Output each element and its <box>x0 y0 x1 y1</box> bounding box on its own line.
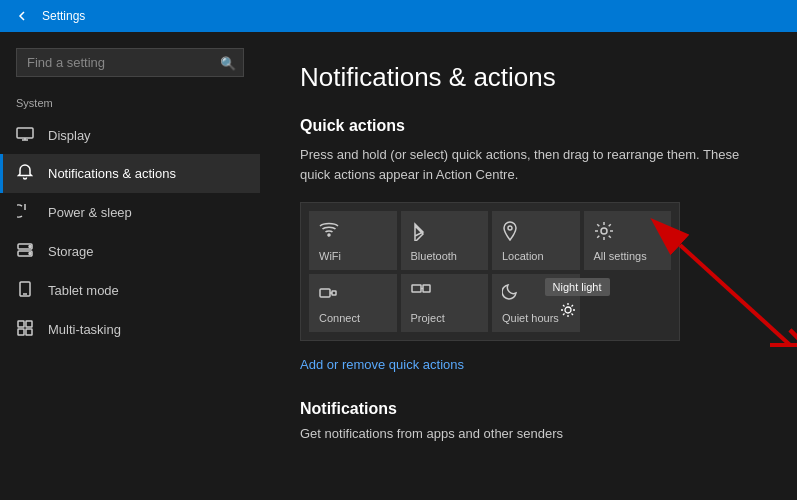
sidebar-search-container: 🔍 <box>16 48 244 77</box>
back-button[interactable] <box>12 6 32 26</box>
add-remove-link[interactable]: Add or remove quick actions <box>300 357 464 372</box>
svg-rect-0 <box>17 128 33 138</box>
svg-point-13 <box>328 234 330 236</box>
sidebar-item-label-display: Display <box>48 128 91 143</box>
wifi-icon <box>319 221 389 242</box>
main-layout: 🔍 System Display Notifications & actions <box>0 32 797 500</box>
page-title: Notifications & actions <box>300 62 757 93</box>
svg-point-22 <box>565 307 571 313</box>
title-bar-title: Settings <box>42 9 85 23</box>
svg-rect-20 <box>423 285 430 292</box>
tile-quiet-hours[interactable]: Quiet hours Night light <box>492 274 580 332</box>
svg-rect-19 <box>412 285 421 292</box>
svg-point-6 <box>29 253 31 255</box>
notifications-desc: Get notifications from apps and other se… <box>300 426 757 441</box>
svg-rect-9 <box>18 321 24 327</box>
power-icon <box>16 203 34 222</box>
tile-location-label: Location <box>502 250 572 262</box>
svg-point-5 <box>29 246 31 248</box>
quick-actions-wrapper: WiFi Bluetooth <box>300 202 680 355</box>
svg-line-33 <box>790 330 797 345</box>
display-icon <box>16 127 34 144</box>
tile-all-settings-label: All settings <box>594 250 664 262</box>
tile-location[interactable]: Location <box>492 211 580 270</box>
svg-rect-11 <box>18 329 24 335</box>
svg-rect-17 <box>332 291 336 295</box>
title-bar: Settings <box>0 0 797 32</box>
svg-line-27 <box>563 305 565 307</box>
svg-line-30 <box>563 314 565 316</box>
sidebar-item-label-tablet: Tablet mode <box>48 283 119 298</box>
tile-bluetooth[interactable]: Bluetooth <box>401 211 489 270</box>
sidebar-item-label-storage: Storage <box>48 244 94 259</box>
sidebar: 🔍 System Display Notifications & actions <box>0 32 260 500</box>
settings-icon <box>594 221 664 246</box>
sun-icon <box>560 302 576 322</box>
sidebar-item-notifications[interactable]: Notifications & actions <box>0 154 260 193</box>
search-icon: 🔍 <box>220 55 236 70</box>
sidebar-item-multitasking[interactable]: Multi-tasking <box>0 310 260 349</box>
sidebar-section-label: System <box>0 97 260 117</box>
night-light-tooltip: Night light <box>545 278 610 296</box>
svg-line-29 <box>571 305 573 307</box>
connect-icon <box>319 284 389 307</box>
svg-point-15 <box>601 228 607 234</box>
sidebar-item-label-multitasking: Multi-tasking <box>48 322 121 337</box>
svg-rect-16 <box>320 289 330 297</box>
svg-point-14 <box>508 226 512 230</box>
notifications-heading: Notifications <box>300 400 757 418</box>
tile-project[interactable]: Project <box>401 274 489 332</box>
tile-bluetooth-label: Bluetooth <box>411 250 481 262</box>
sidebar-item-label-power: Power & sleep <box>48 205 132 220</box>
quick-actions-heading: Quick actions <box>300 117 757 135</box>
bluetooth-icon <box>411 221 481 246</box>
svg-line-28 <box>571 314 573 316</box>
sidebar-item-storage[interactable]: Storage <box>0 232 260 271</box>
search-input[interactable] <box>16 48 244 77</box>
sidebar-item-tablet[interactable]: Tablet mode <box>0 271 260 310</box>
tile-connect[interactable]: Connect <box>309 274 397 332</box>
quick-actions-grid: WiFi Bluetooth <box>300 202 680 341</box>
svg-rect-10 <box>26 321 32 327</box>
tile-wifi-label: WiFi <box>319 250 389 262</box>
content-area: Notifications & actions Quick actions Pr… <box>260 32 797 500</box>
sidebar-item-label-notifications: Notifications & actions <box>48 166 176 181</box>
quick-actions-desc: Press and hold (or select) quick actions… <box>300 145 757 184</box>
notifications-icon <box>16 164 34 183</box>
svg-rect-12 <box>26 329 32 335</box>
sidebar-item-display[interactable]: Display <box>0 117 260 154</box>
storage-icon <box>16 242 34 261</box>
sidebar-item-power[interactable]: Power & sleep <box>0 193 260 232</box>
svg-line-34 <box>790 330 797 345</box>
tile-connect-label: Connect <box>319 312 389 324</box>
tile-project-label: Project <box>411 312 481 324</box>
multitasking-icon <box>16 320 34 339</box>
location-icon <box>502 221 572 246</box>
project-icon <box>411 284 481 305</box>
tile-all-settings[interactable]: All settings <box>584 211 672 270</box>
tablet-icon <box>16 281 34 300</box>
tile-wifi[interactable]: WiFi <box>309 211 397 270</box>
